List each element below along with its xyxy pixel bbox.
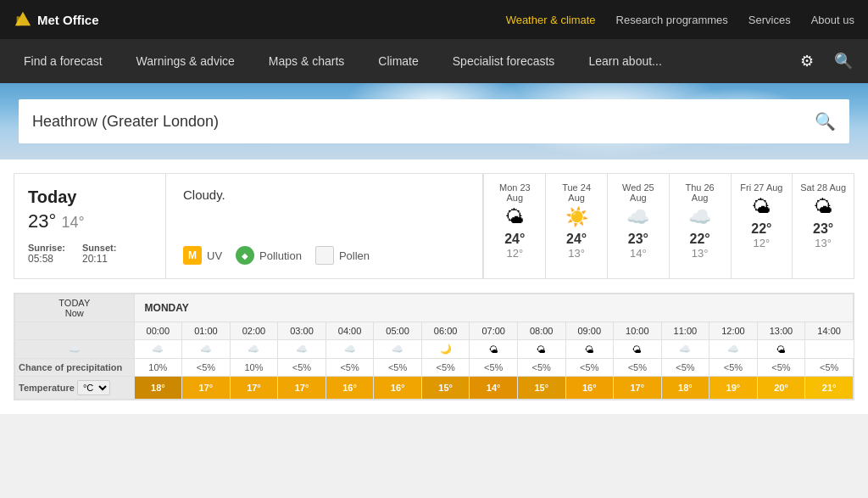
temp-8: 16°: [565, 377, 614, 400]
day-low-3: 13°: [676, 247, 724, 260]
nav-specialist[interactable]: Specialist forecasts: [436, 39, 572, 83]
day-icon-2: ☁️: [615, 206, 662, 228]
hourly-section: TODAY Now MONDAY 00:00 01:00 02:00 03:00…: [14, 293, 854, 400]
precip-14: <5%: [805, 359, 854, 377]
hour-icon-4: ☁️: [326, 340, 374, 359]
precip-13: <5%: [757, 359, 805, 377]
met-office-logo-icon: [14, 10, 32, 29]
precip-3: <5%: [278, 359, 326, 377]
hour-12: 12:00: [709, 322, 758, 340]
hour-6: 06:00: [421, 322, 470, 340]
hour-icon-7: 🌤: [470, 340, 518, 359]
day-name-2: Wed 25 Aug: [615, 182, 662, 203]
hour-11: 11:00: [661, 322, 709, 340]
today-time-header: [15, 322, 135, 340]
today-panel: Today 23° 14° Sunrise: 05:58 Sunset: 20:…: [14, 173, 166, 279]
sunrise: Sunrise: 05:58: [28, 243, 65, 265]
search-button[interactable]: 🔍: [826, 45, 861, 77]
temperature-label: Temperature: [19, 383, 75, 393]
logo[interactable]: Met Office: [14, 10, 99, 29]
hour-4: 04:00: [326, 322, 374, 340]
precip-0: 10%: [134, 359, 182, 377]
pollution-badge[interactable]: ◆ Pollution: [236, 246, 302, 265]
hour-14: 14:00: [805, 322, 854, 340]
day-low-1: 13°: [553, 247, 600, 260]
nav-warnings[interactable]: Warnings & advice: [120, 39, 252, 83]
hour-icon-11: ☁️: [661, 340, 709, 359]
sunrise-time: 05:58: [28, 253, 53, 265]
hour-icon-6: 🌙: [421, 340, 470, 359]
hour-2: 02:00: [230, 322, 278, 340]
temp-label-cell: Temperature °C °F: [15, 377, 135, 400]
temp-7: 15°: [517, 377, 565, 400]
pollen-label: Pollen: [339, 249, 370, 262]
hour-icon-9: 🌤: [565, 340, 614, 359]
temp-10: 18°: [661, 377, 709, 400]
day-high-0: 24°: [491, 232, 538, 247]
hour-1: 01:00: [182, 322, 231, 340]
day-card-5[interactable]: Sat 28 Aug 🌤 23° 13°: [792, 174, 854, 278]
day-card-0[interactable]: Mon 23 Aug 🌤 24° 12°: [483, 174, 545, 278]
daily-forecast: Mon 23 Aug 🌤 24° 12° Tue 24 Aug ☀️ 24° 1…: [483, 173, 854, 279]
top-nav-links: Weather & climate Research programmes Se…: [506, 14, 854, 26]
day-card-3[interactable]: Thu 26 Aug ☁️ 22° 13°: [669, 174, 731, 278]
temp-3: 16°: [326, 377, 374, 400]
precip-4: <5%: [326, 359, 374, 377]
day-low-0: 12°: [491, 247, 538, 260]
precip-label: Chance of precipitation: [15, 359, 135, 377]
temp-4: 16°: [374, 377, 422, 400]
hour-icon-3: ☁️: [278, 340, 326, 359]
hourly-table: TODAY Now MONDAY 00:00 01:00 02:00 03:00…: [14, 294, 854, 400]
pollution-label: Pollution: [259, 249, 302, 262]
location-search-input[interactable]: [32, 113, 815, 131]
today-high-temp: 23°: [28, 210, 56, 232]
description-panel: Cloudy. M UV ◆ Pollution Pollen: [166, 173, 483, 279]
temp-9: 17°: [614, 377, 662, 400]
precip-12: <5%: [709, 359, 758, 377]
day-name-0: Mon 23 Aug: [491, 182, 538, 203]
temp-unit-select[interactable]: °C °F: [77, 380, 110, 395]
settings-button[interactable]: ⚙: [792, 45, 822, 77]
temp-5: 15°: [421, 377, 470, 400]
top-nav-services[interactable]: Services: [748, 14, 791, 26]
day-icon-1: ☀️: [553, 206, 600, 228]
nav-find-forecast[interactable]: Find a forecast: [7, 39, 120, 83]
precip-5: <5%: [374, 359, 422, 377]
day-low-5: 13°: [799, 237, 847, 249]
today-weather-icon: ☁️: [15, 340, 135, 359]
nav-climate[interactable]: Climate: [361, 39, 435, 83]
hour-icon-0: ☁️: [134, 340, 182, 359]
location-search-submit[interactable]: 🔍: [815, 111, 836, 131]
nav-learn[interactable]: Learn about...: [571, 39, 678, 83]
hour-icon-12: ☁️: [709, 340, 758, 359]
sec-nav-links: Find a forecast Warnings & advice Maps &…: [7, 39, 792, 83]
hour-icon-8: 🌤: [517, 340, 565, 359]
day-card-1[interactable]: Tue 24 Aug ☀️ 24° 13°: [545, 174, 607, 278]
logo-text: Met Office: [37, 13, 99, 27]
today-column-header: TODAY Now: [15, 294, 135, 322]
day-card-4[interactable]: Fri 27 Aug 🌤 22° 12°: [731, 174, 793, 278]
uv-badge[interactable]: M UV: [183, 246, 222, 265]
hour-icon-10: 🌤: [614, 340, 662, 359]
hour-icon-1: ☁️: [182, 340, 231, 359]
hour-9: 09:00: [565, 322, 614, 340]
hour-icon-5: ☁️: [374, 340, 422, 359]
hour-5: 05:00: [374, 322, 422, 340]
day-icon-5: 🌤: [799, 196, 847, 218]
pollen-badge[interactable]: Pollen: [315, 246, 370, 265]
day-card-2[interactable]: Wed 25 Aug ☁️ 23° 14°: [607, 174, 669, 278]
temp-6: 14°: [470, 377, 518, 400]
sunset: Sunset: 20:11: [82, 243, 116, 265]
top-nav-weather[interactable]: Weather & climate: [506, 14, 596, 26]
top-nav-about[interactable]: About us: [811, 14, 854, 26]
precip-7: <5%: [470, 359, 518, 377]
day-icon-3: ☁️: [676, 206, 724, 228]
top-nav-research[interactable]: Research programmes: [616, 14, 728, 26]
location-search-bar: 🔍: [19, 99, 849, 143]
uv-label: UV: [207, 249, 222, 262]
day-name-3: Thu 26 Aug: [676, 182, 724, 203]
now-label: Now: [17, 308, 132, 318]
nav-maps[interactable]: Maps & charts: [252, 39, 361, 83]
precip-9: <5%: [565, 359, 614, 377]
precip-10: <5%: [614, 359, 662, 377]
